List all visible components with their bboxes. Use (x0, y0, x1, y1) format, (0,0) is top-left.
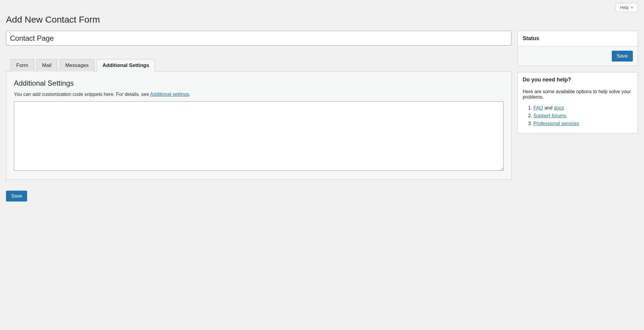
tab-additional-settings[interactable]: Additional Settings (97, 59, 155, 72)
form-title-input[interactable] (6, 31, 511, 46)
help-item-faq-docs: FAQ and docs (533, 105, 633, 111)
panel-desc-suffix: . (189, 92, 190, 97)
additional-settings-textarea[interactable] (14, 101, 504, 171)
support-forums-link[interactable]: Support forums (533, 113, 566, 118)
help-label: Help (620, 5, 629, 10)
help-title: Do you need help? (523, 77, 633, 83)
tab-form[interactable]: Form (11, 59, 34, 71)
save-button-bottom[interactable]: Save (6, 191, 27, 201)
help-box: Do you need help? Here are some availabl… (517, 72, 638, 133)
professional-services-link[interactable]: Professional services (533, 121, 579, 126)
chevron-down-icon: ▼ (630, 6, 633, 9)
panel-desc-prefix: You can add customization code snippets … (14, 92, 150, 97)
help-and-text: and (543, 105, 554, 110)
panel-description: You can add customization code snippets … (14, 92, 504, 97)
help-toggle-button[interactable]: Help ▼ (615, 3, 638, 12)
additional-settings-link[interactable]: Additional settings (150, 92, 189, 97)
help-intro: Here are some available options to help … (523, 89, 633, 100)
faq-link[interactable]: FAQ (533, 105, 543, 110)
status-title: Status (523, 35, 633, 42)
save-button-sidebar[interactable]: Save (612, 51, 633, 62)
additional-settings-panel: Additional Settings You can add customiz… (6, 71, 511, 180)
help-item-professional: Professional services (533, 121, 633, 126)
page-title: Add New Contact Form (6, 14, 638, 25)
tab-mail[interactable]: Mail (36, 59, 57, 71)
tab-messages[interactable]: Messages (60, 59, 94, 71)
panel-heading: Additional Settings (14, 79, 504, 87)
help-item-support: Support forums (533, 113, 633, 119)
docs-link[interactable]: docs (554, 105, 564, 110)
status-box: Status Save (517, 31, 638, 66)
